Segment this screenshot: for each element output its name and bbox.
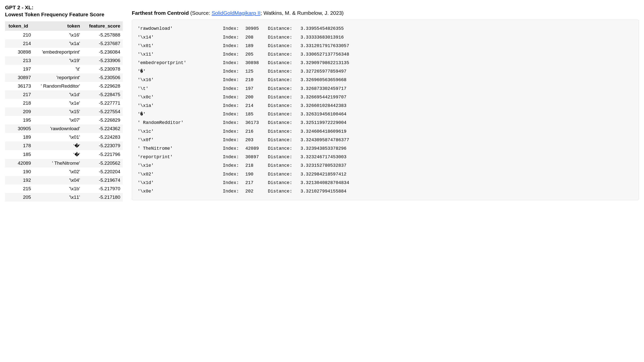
code-distance-label: Distance: [268,93,300,101]
col-token-id: token_id [5,21,33,31]
code-distance-value: 3.3213040828704834 [300,178,633,187]
code-index-value: 217 [245,178,268,187]
cell-feature-score: -5.220204 [82,167,123,176]
cell-feature-score: -5.228475 [82,90,123,99]
code-distance-value: 3.322984218597412 [300,170,633,178]
code-index-label: Index: [223,33,245,42]
cell-feature-score: -5.233906 [82,56,123,65]
right-heading-post: ; Watkins, M. & Rumbelow, J. 2023) [261,10,344,16]
table-row: 197'\t'-5.230978 [5,65,123,73]
code-token: '\x1d' [138,178,223,187]
cell-token-id: 30898 [5,48,33,56]
code-token: 'rawdownload' [138,24,223,33]
cell-token-id: 30897 [5,73,33,82]
right-heading: Farthest from Centroid (Source: SolidGol… [132,4,639,17]
code-row: '\x11'Index:205Distance:3.33065271377563… [138,50,633,59]
code-index-value: 30898 [245,59,268,67]
table-row: 217'\x1d'-5.228475 [5,90,123,99]
code-token: '\x02' [138,170,223,178]
code-row: '\x16'Index:210Distance:3.32696056365966… [138,76,633,84]
code-distance-label: Distance: [268,170,300,178]
cell-token-id: 214 [5,39,33,48]
code-distance-label: Distance: [268,153,300,161]
code-distance-value: 3.327265977859497 [300,67,633,76]
code-row: '�'Index:185Distance:3.326319456100464 [138,110,633,118]
cell-token-id: 217 [5,90,33,99]
left-title-line2: Lowest Token Frequency Feature Score [5,12,104,17]
code-row: '\x1e'Index:218Distance:3.32315278053283… [138,161,633,170]
code-index-value: 197 [245,84,268,93]
cell-feature-score: -5.257888 [82,31,123,39]
cell-feature-score: -5.226829 [82,116,123,124]
code-panel: 'rawdownload'Index:30905Distance:3.33955… [132,20,639,200]
code-distance-value: 3.321027994155884 [300,187,633,196]
cell-feature-score: -5.237687 [82,39,123,48]
cell-feature-score: -5.221796 [82,150,123,159]
code-index-label: Index: [223,67,245,76]
code-distance-label: Distance: [268,67,300,76]
left-title-line1: GPT 2 - XL: [5,5,33,10]
code-index-value: 190 [245,170,268,178]
code-index-value: 30905 [245,24,268,33]
code-distance-value: 3.325119972229004 [300,118,633,127]
code-index-label: Index: [223,76,245,84]
code-distance-label: Distance: [268,136,300,144]
cell-token: '\x19' [33,56,82,65]
code-index-value: 36173 [245,118,268,127]
cell-token: ' TheNitrome' [33,159,82,167]
code-distance-label: Distance: [268,187,300,196]
cell-feature-score: -5.229628 [82,82,123,90]
cell-token-id: 205 [5,193,33,202]
cell-feature-score: -5.217970 [82,185,123,193]
code-row: '\x0f'Index:203Distance:3.32430958747863… [138,136,633,144]
code-index-label: Index: [223,161,245,170]
right-heading-bold: Farthest from Centroid [132,10,189,16]
code-token: '\x1e' [138,161,223,170]
code-distance-value: 3.326695442199707 [300,93,633,101]
cell-token-id: 195 [5,116,33,124]
cell-token: '\x07' [33,116,82,124]
code-row: '�'Index:125Distance:3.327265977859497 [138,67,633,76]
code-row: ' TheNitrome'Index:42089Distance:3.32394… [138,144,633,153]
code-index-label: Index: [223,110,245,118]
cell-token-id: 178 [5,141,33,150]
code-token: '\t' [138,84,223,93]
code-distance-label: Distance: [268,24,300,33]
code-index-value: 203 [245,136,268,144]
table-row: 210'\x16'-5.257888 [5,31,123,39]
cell-feature-score: -5.236084 [82,48,123,56]
cell-token: 'rawdownload' [33,124,82,133]
cell-feature-score: -5.227771 [82,99,123,107]
code-distance-label: Distance: [268,42,300,50]
code-index-label: Index: [223,136,245,144]
cell-token-id: 36173 [5,82,33,90]
code-row: '\x1d'Index:217Distance:3.32130408287048… [138,178,633,187]
code-index-label: Index: [223,93,245,101]
table-row: 190'\x02'-5.220204 [5,167,123,176]
table-row: 178'�'-5.223079 [5,141,123,150]
code-index-value: 210 [245,76,268,84]
cell-token: '\x15' [33,107,82,116]
code-index-label: Index: [223,153,245,161]
code-token: '\x0f' [138,136,223,144]
code-index-value: 214 [245,101,268,110]
code-token: '\x01' [138,42,223,50]
code-index-label: Index: [223,127,245,136]
cell-token-id: 30905 [5,124,33,133]
code-index-value: 202 [245,187,268,196]
table-row: 30905'rawdownload'-5.224362 [5,124,123,133]
cell-token-id: 218 [5,99,33,107]
code-token: '\x14' [138,33,223,42]
code-distance-value: 3.326319456100464 [300,110,633,118]
table-row: 205'\x11'-5.217180 [5,193,123,202]
source-link[interactable]: SolidGoldMagikarp II [212,10,261,16]
code-distance-value: 3.33955454826355 [300,24,633,33]
cell-feature-score: -5.230978 [82,65,123,73]
code-token: '\x1c' [138,127,223,136]
code-row: '\t'Index:197Distance:3.326873302459717 [138,84,633,93]
code-row: '\x02'Index:190Distance:3.32298421859741… [138,170,633,178]
code-row: 'reportprint'Index:30897Distance:3.32324… [138,153,633,161]
table-row: 185'�'-5.221796 [5,150,123,159]
cell-token: '\t' [33,65,82,73]
table-header-row: token_id token feature_score [5,21,123,31]
